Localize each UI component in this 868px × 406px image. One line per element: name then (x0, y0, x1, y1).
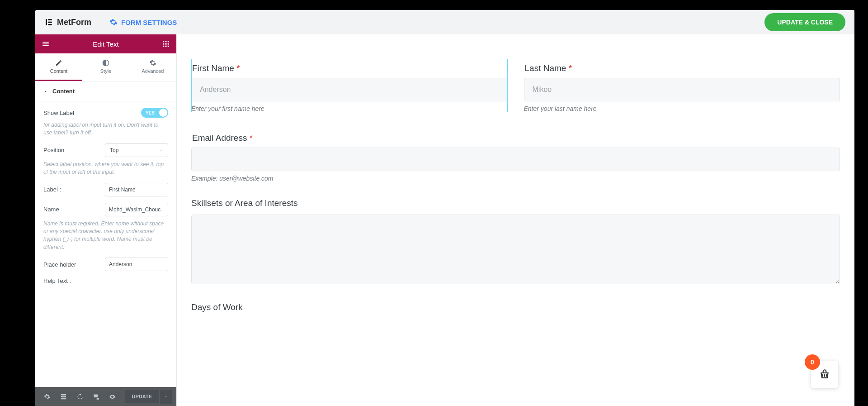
contrast-icon (102, 59, 109, 67)
update-caret[interactable] (159, 390, 172, 404)
skills-textarea[interactable] (191, 215, 840, 284)
skills-widget[interactable]: Skillsets or Area of Interests (191, 198, 840, 286)
sidebar-title: Edit Text (50, 40, 162, 48)
name-help: Name is must required. Enter name withou… (43, 220, 168, 252)
last-name-label: Last Name * (524, 59, 840, 73)
email-widget[interactable]: Email Address * Example: user@website.co… (191, 129, 840, 182)
show-label-help: for adding label on input turn it on. Do… (43, 121, 168, 137)
tab-style-label: Style (100, 68, 111, 74)
hamburger-icon[interactable] (42, 40, 50, 48)
form-settings-link[interactable]: FORM SETTINGS (109, 18, 177, 26)
first-name-help: Enter your first name here (191, 105, 508, 112)
last-name-widget[interactable]: Last Name * Enter your last name here (524, 59, 840, 112)
gear-icon (109, 18, 118, 26)
position-label: Position (43, 147, 64, 153)
label-input[interactable] (105, 183, 168, 196)
show-label-toggle[interactable]: YES (141, 108, 168, 118)
preview-icon[interactable] (105, 389, 119, 404)
caret-down-icon (43, 89, 48, 94)
name-field-label: Name (43, 206, 59, 213)
brand-label: MetForm (57, 18, 91, 27)
caret-down-icon (159, 148, 163, 153)
days-label: Days of Work (191, 302, 840, 312)
position-select[interactable]: Top (105, 143, 168, 157)
section-content-header[interactable]: Content (35, 81, 176, 101)
gear-icon (149, 59, 156, 67)
tab-style[interactable]: Style (82, 53, 129, 81)
settings-icon[interactable] (40, 389, 54, 404)
sidebar-tabs: Content Style Advanced (35, 53, 176, 81)
last-name-help: Enter your last name here (524, 105, 840, 112)
form-settings-label: FORM SETTINGS (121, 19, 177, 26)
days-widget[interactable]: Days of Work (191, 302, 840, 312)
first-name-widget[interactable]: First Name * Enter your first name here (191, 59, 508, 112)
position-value: Top (110, 147, 118, 153)
elementor-icon (44, 18, 53, 27)
name-input[interactable] (105, 203, 168, 216)
tab-advanced-label: Advanced (142, 68, 164, 74)
update-close-button[interactable]: UPDATE & CLOSE (764, 13, 845, 31)
cart-count: 0 (805, 354, 820, 370)
position-help: Select label position. where you want to… (43, 161, 168, 177)
pencil-icon (55, 59, 62, 67)
last-name-input[interactable] (524, 78, 840, 101)
editor-sidebar: Edit Text Content Style Advanced (35, 34, 177, 406)
email-input[interactable] (191, 148, 840, 171)
modal-header: MetForm FORM SETTINGS UPDATE & CLOSE (35, 10, 854, 34)
tab-advanced[interactable]: Advanced (129, 53, 176, 81)
tab-content-label: Content (50, 68, 68, 74)
help-text-label: Help Text : (43, 277, 71, 284)
label-field-label: Label : (43, 186, 61, 193)
responsive-icon[interactable] (89, 389, 103, 404)
grid-icon[interactable] (162, 40, 170, 48)
first-name-input[interactable] (191, 78, 508, 101)
form-canvas[interactable]: First Name * Enter your first name here … (177, 34, 854, 406)
update-button[interactable]: UPDATE (125, 390, 159, 403)
section-content-label: Content (52, 88, 75, 95)
basket-icon (819, 368, 830, 380)
sidebar-footer: UPDATE (35, 387, 176, 406)
placeholder-input[interactable] (105, 258, 168, 271)
first-name-label: First Name * (191, 59, 508, 73)
brand: MetForm (44, 18, 91, 27)
email-label: Email Address * (191, 129, 840, 143)
show-label-label: Show Label (43, 110, 74, 116)
toggle-text: YES (146, 110, 155, 115)
navigator-icon[interactable] (56, 389, 71, 404)
tab-content[interactable]: Content (35, 53, 82, 81)
history-icon[interactable] (72, 389, 87, 404)
cart-fab[interactable]: 0 (811, 361, 838, 388)
sidebar-top: Edit Text (35, 34, 176, 53)
placeholder-field-label: Place holder (43, 261, 76, 268)
email-help: Example: user@website.com (191, 175, 840, 182)
skills-label: Skillsets or Area of Interests (191, 198, 840, 208)
metform-modal: MetForm FORM SETTINGS UPDATE & CLOSE Edi… (35, 10, 854, 406)
